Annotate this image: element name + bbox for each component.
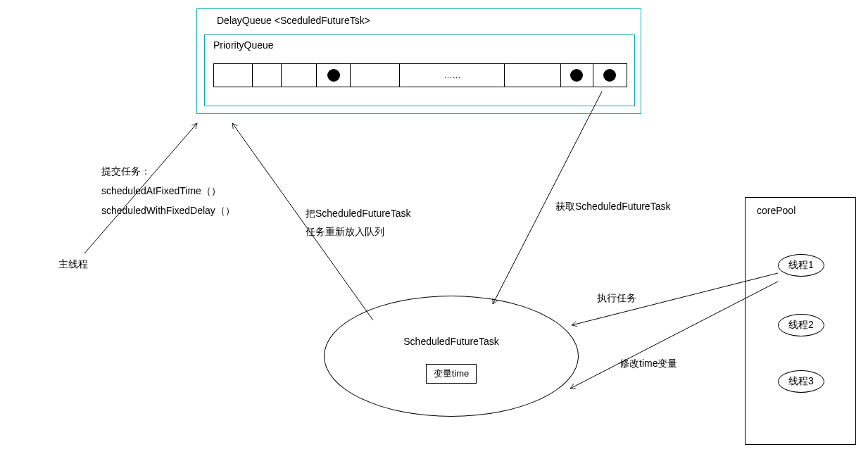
- core-pool-title: corePool: [757, 205, 795, 216]
- queue-ellipsis: ……: [400, 64, 505, 87]
- submit-method-1: scheduledAtFixedTime（）: [101, 181, 235, 201]
- priority-queue-slots: ……: [213, 63, 627, 87]
- submit-method-2: scheduledWithFixedDelay（）: [101, 201, 235, 220]
- submit-task-title: 提交任务：: [101, 161, 235, 181]
- fetch-task-label: 获取ScheduledFutureTask: [555, 201, 670, 213]
- requeue-label: 把ScheduledFutureTask 任务重新放入队列: [306, 204, 410, 241]
- thread-2-node: 线程2: [778, 314, 824, 336]
- scheduled-future-task-label: ScheduledFutureTask: [403, 336, 498, 347]
- queue-dot-icon: [327, 69, 340, 82]
- main-thread-label: 主线程: [58, 258, 88, 271]
- thread-1-node: 线程1: [778, 254, 824, 277]
- submit-task-block: 提交任务： scheduledAtFixedTime（） scheduledWi…: [101, 161, 235, 220]
- thread-3-node: 线程3: [778, 370, 824, 393]
- svg-line-2: [493, 92, 602, 304]
- queue-dot-icon: [570, 69, 583, 82]
- core-pool-box: corePool 线程1 线程2 线程3: [745, 197, 856, 445]
- priority-queue-label: PriorityQueue: [213, 39, 274, 51]
- modify-time-label: 修改time变量: [619, 358, 677, 370]
- priority-queue-box: PriorityQueue ……: [204, 34, 635, 106]
- execute-task-label: 执行任务: [597, 292, 636, 305]
- variable-time-box: 变量time: [426, 364, 477, 384]
- delay-queue-title: DelayQueue <SceduledFutureTsk>: [217, 15, 370, 26]
- delay-queue-box: DelayQueue <SceduledFutureTsk> PriorityQ…: [196, 8, 641, 114]
- scheduled-future-task-node: ScheduledFutureTask 变量time: [324, 296, 579, 417]
- queue-dot-icon: [603, 69, 616, 82]
